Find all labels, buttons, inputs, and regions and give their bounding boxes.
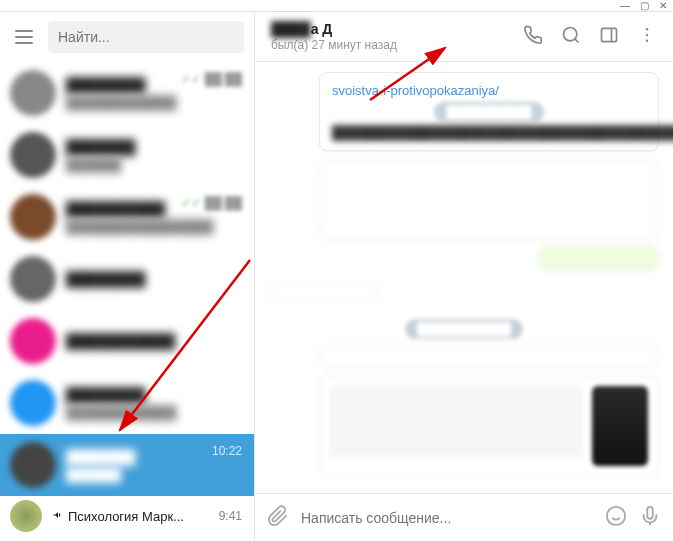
message-bubble[interactable] <box>319 159 659 239</box>
chat-time: 9:41 <box>219 509 242 523</box>
chat-preview: ████████████ <box>66 405 244 420</box>
minimize-button[interactable]: — <box>620 1 630 11</box>
close-button[interactable]: ✕ <box>659 1 667 11</box>
search-box[interactable] <box>48 21 244 53</box>
search-input[interactable] <box>58 29 234 45</box>
message-link[interactable]: svoistva-i-protivopokazaniya/ <box>332 83 499 98</box>
date-separator: ███████████ <box>269 319 659 337</box>
sidebar-toggle-icon[interactable] <box>599 25 619 49</box>
svg-point-0 <box>564 27 577 40</box>
chat-item[interactable]: Психология Марк... 9:41 <box>0 496 254 536</box>
chat-name: Психология Марк... <box>52 509 244 524</box>
chat-preview: ██████ <box>66 467 244 482</box>
chat-name: ███████ <box>66 139 244 155</box>
svg-point-6 <box>607 506 625 524</box>
avatar <box>10 132 56 178</box>
chat-item[interactable]: ████████ <box>0 248 254 310</box>
avatar <box>10 380 56 426</box>
chat-preview: ████████████████ <box>66 219 244 234</box>
avatar <box>10 318 56 364</box>
chat-preview: ██████ <box>66 157 244 172</box>
message-bubble[interactable] <box>319 345 659 367</box>
avatar <box>10 70 56 116</box>
sidebar-header <box>0 12 254 62</box>
sidebar: ████████████████████ ✓✓ ██:██ ██████████… <box>0 12 255 541</box>
avatar <box>10 442 56 488</box>
chat-name: ████████ <box>66 271 244 287</box>
chat-status: был(а) 27 минут назад <box>271 38 523 52</box>
chat-title: ████а Д <box>271 21 523 37</box>
svg-rect-1 <box>602 28 617 41</box>
message-bubble[interactable] <box>269 283 379 301</box>
chat-item[interactable]: █████████████ <box>0 124 254 186</box>
svg-point-4 <box>646 33 649 36</box>
message-bubble-out[interactable] <box>539 247 659 269</box>
chat-time: ✓✓ ██:██ <box>181 72 242 86</box>
channel-icon <box>52 509 64 524</box>
chat-time: ✓✓ ██:██ <box>181 196 242 210</box>
chat-item[interactable]: ████████████████████ <box>0 372 254 434</box>
chat-item[interactable]: ██████████████████████████ ✓✓ ██:██ <box>0 186 254 248</box>
chat-name: ████████ <box>66 387 244 403</box>
maximize-button[interactable]: ▢ <box>640 1 649 11</box>
avatar <box>10 194 56 240</box>
chat-name: ███████████ <box>66 333 244 349</box>
avatar <box>10 256 56 302</box>
menu-button[interactable] <box>10 23 38 51</box>
chat-preview: ████████████ <box>66 95 244 110</box>
call-icon[interactable] <box>523 25 543 49</box>
inline-badge: ██████████ <box>434 102 543 122</box>
chat-header: ████а Д был(а) 27 минут назад <box>255 12 673 62</box>
chat-item[interactable]: ███████████ <box>0 310 254 372</box>
chat-item-selected[interactable]: █████████████ 10:22 <box>0 434 254 496</box>
avatar <box>10 500 42 532</box>
search-icon[interactable] <box>561 25 581 49</box>
chat-area: ████а Д был(а) 27 минут назад <box>255 12 673 541</box>
message-input-bar <box>255 493 673 541</box>
svg-point-3 <box>646 27 649 30</box>
svg-point-5 <box>646 39 649 42</box>
message-input[interactable] <box>301 510 593 526</box>
voice-icon[interactable] <box>639 505 661 531</box>
window-titlebar: — ▢ ✕ <box>0 0 673 12</box>
emoji-icon[interactable] <box>605 505 627 531</box>
more-icon[interactable] <box>637 25 657 49</box>
chat-item[interactable]: ████████████████████ ✓✓ ██:██ <box>0 62 254 124</box>
attach-icon[interactable] <box>267 505 289 531</box>
message-bubble[interactable]: svoistva-i-protivopokazaniya/ ██████████… <box>319 72 659 151</box>
messages-pane[interactable]: svoistva-i-protivopokazaniya/ ██████████… <box>255 62 673 493</box>
chat-list: ████████████████████ ✓✓ ██:██ ██████████… <box>0 62 254 541</box>
message-card[interactable] <box>319 375 659 477</box>
chat-time: 10:22 <box>212 444 242 458</box>
message-image <box>592 386 648 466</box>
